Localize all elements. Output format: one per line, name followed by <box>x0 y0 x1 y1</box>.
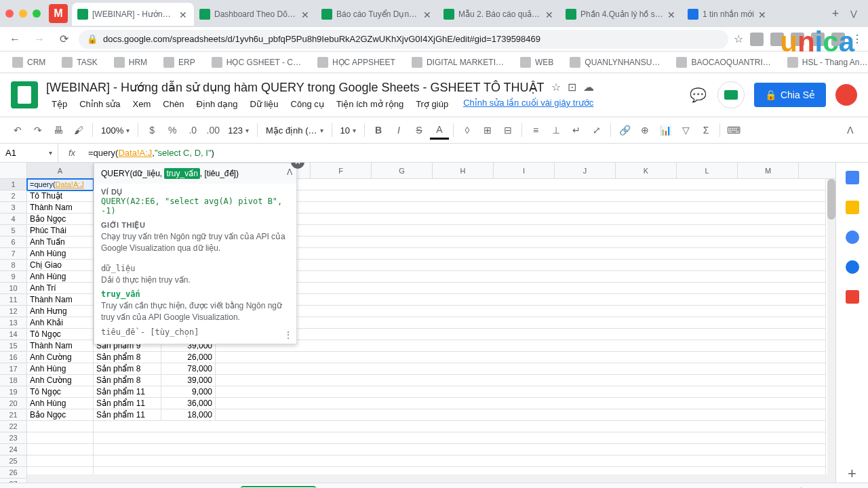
ext-icon-2[interactable] <box>770 33 784 46</box>
cell[interactable]: Anh Cường <box>27 375 94 386</box>
bookmark-item[interactable]: QUANLYNHANSU… <box>563 54 667 70</box>
v-align-button[interactable]: ⊥ <box>547 121 566 140</box>
row-header[interactable]: 4 <box>0 214 27 225</box>
cell[interactable]: Sản phẩm 8 <box>94 375 161 386</box>
cell[interactable] <box>216 398 826 409</box>
cell[interactable]: 26,000 <box>161 352 216 363</box>
sheet-tab[interactable]: Data <box>123 486 162 489</box>
sheet-tab[interactable]: SELECT COL <box>241 486 317 489</box>
cell[interactable]: Anh Tuấn <box>27 237 94 248</box>
cell[interactable]: 39,000 <box>161 375 216 386</box>
row-header[interactable]: 20 <box>0 398 27 409</box>
new-tab-button[interactable]: + <box>826 4 845 23</box>
ext-icon-1[interactable] <box>750 33 764 46</box>
cell[interactable]: 9,000 <box>161 386 216 398</box>
cell[interactable] <box>94 444 826 455</box>
decrease-decimal-button[interactable]: .0 <box>183 121 202 140</box>
cell[interactable]: Thành Nam <box>27 294 94 306</box>
cell[interactable]: Tô Thuật <box>27 190 94 202</box>
sheet-tab[interactable]: OVERVIEW <box>52 486 120 489</box>
chrome-menu-icon[interactable]: ⋁ <box>845 9 863 18</box>
cell[interactable]: Anh Trí <box>27 283 94 294</box>
cell[interactable] <box>216 340 826 352</box>
col-header-i[interactable]: I <box>494 163 555 178</box>
cell[interactable]: Tô Ngọc <box>27 386 94 398</box>
url-input[interactable]: 🔒 docs.google.com/spreadsheets/d/1yvh6u_… <box>79 30 728 49</box>
cell[interactable] <box>216 375 826 386</box>
fill-color-button[interactable]: ◊ <box>458 121 477 140</box>
cell[interactable] <box>94 421 826 432</box>
row-header[interactable]: 6 <box>0 237 27 248</box>
cell[interactable]: Anh Hùng <box>27 363 94 375</box>
row-header[interactable]: 14 <box>0 329 27 340</box>
reload-button[interactable]: ⟳ <box>54 30 73 49</box>
tab-close-icon[interactable]: ✕ <box>423 9 433 19</box>
zoom-select[interactable]: 100% <box>97 125 134 136</box>
row-header[interactable]: 8 <box>0 260 27 271</box>
bookmark-item[interactable]: WEB <box>513 54 560 70</box>
menu-item[interactable]: Công cụ <box>285 98 330 110</box>
merge-button[interactable]: ⊟ <box>498 121 517 140</box>
text-color-button[interactable]: A <box>430 121 449 140</box>
spreadsheet-grid[interactable]: A E F G H I J K L M 1 =query(Data!A:J 2 … <box>0 163 835 483</box>
bookmark-item[interactable]: DIGITAL MARKETI… <box>405 54 511 70</box>
cell-a1[interactable]: =query(Data!A:J <box>27 179 94 190</box>
ext-icon-3[interactable] <box>791 33 804 46</box>
cell[interactable]: Bảo Ngọc <box>27 409 94 421</box>
bookmark-item[interactable]: ERP <box>157 54 202 70</box>
cell[interactable] <box>27 455 94 467</box>
row-header[interactable]: 21 <box>0 409 27 421</box>
row-header[interactable]: 16 <box>0 352 27 363</box>
ext-icon-4[interactable] <box>811 33 825 46</box>
cell[interactable]: Anh Hùng <box>27 248 94 260</box>
cell[interactable]: Chị Giao <box>27 260 94 271</box>
user-avatar[interactable] <box>835 84 857 106</box>
comment-button[interactable]: ⊕ <box>635 121 654 140</box>
bookmark-item[interactable]: HỌC GSHEET - C… <box>205 54 308 70</box>
cell[interactable] <box>216 271 826 283</box>
paint-format-button[interactable]: 🖌 <box>69 121 88 140</box>
borders-button[interactable]: ⊞ <box>478 121 497 140</box>
col-header-m[interactable]: M <box>738 163 799 178</box>
link-button[interactable]: 🔗 <box>615 121 634 140</box>
cell[interactable] <box>216 214 826 225</box>
tab-close-icon[interactable]: ✕ <box>667 9 677 19</box>
star-icon[interactable]: ☆ <box>551 81 561 94</box>
row-header[interactable]: 23 <box>0 432 27 444</box>
rotate-button[interactable]: ⤢ <box>587 121 606 140</box>
cell[interactable]: Sản phẩm 8 <box>94 352 161 363</box>
cloud-icon[interactable]: ☁ <box>583 81 594 94</box>
functions-button[interactable]: Σ <box>696 121 715 140</box>
col-header-f[interactable]: F <box>311 163 372 178</box>
cell[interactable]: Sản phẩm 11 <box>94 398 161 409</box>
input-tools-button[interactable]: ⌨ <box>724 121 743 140</box>
comments-icon[interactable]: 💬 <box>689 85 708 104</box>
row-header[interactable]: 10 <box>0 283 27 294</box>
menu-item[interactable]: Dữ liệu <box>245 98 284 110</box>
bookmark-item[interactable]: HỌC APPSHEET <box>311 54 402 70</box>
cell[interactable]: Phúc Thái <box>27 225 94 237</box>
bold-button[interactable]: B <box>369 121 388 140</box>
cell[interactable]: Anh Hùng <box>27 271 94 283</box>
gmail-icon[interactable]: M <box>49 4 68 23</box>
cell[interactable]: Sản phẩm 11 <box>94 409 161 421</box>
percent-button[interactable]: % <box>163 121 182 140</box>
star-icon[interactable]: ☆ <box>734 33 743 45</box>
italic-button[interactable]: I <box>389 121 408 140</box>
menu-item[interactable]: Tiện ích mở rộng <box>331 98 409 110</box>
col-header-h[interactable]: H <box>433 163 494 178</box>
formula-input[interactable]: =query(Data!A:J,"select C, D, I") <box>85 148 868 158</box>
collapse-toolbar-button[interactable]: ᐱ <box>841 121 860 140</box>
move-icon[interactable]: ⊡ <box>568 81 576 94</box>
browser-tab[interactable]: Báo cáo Tuyển Dụng bả✕ <box>316 3 438 26</box>
sheet-tab[interactable]: SELECT ALL <box>165 486 237 489</box>
col-header-a[interactable]: A <box>27 163 94 178</box>
col-header-l[interactable]: L <box>677 163 738 178</box>
row-header[interactable]: 15 <box>0 340 27 352</box>
row-header[interactable]: 19 <box>0 386 27 398</box>
row-header[interactable]: 24 <box>0 444 27 455</box>
tab-close-icon[interactable]: ✕ <box>301 9 311 19</box>
row-header[interactable]: 9 <box>0 271 27 283</box>
row-header[interactable]: 18 <box>0 375 27 386</box>
sheet-tab[interactable]: WHERE BASIC <box>319 486 401 489</box>
